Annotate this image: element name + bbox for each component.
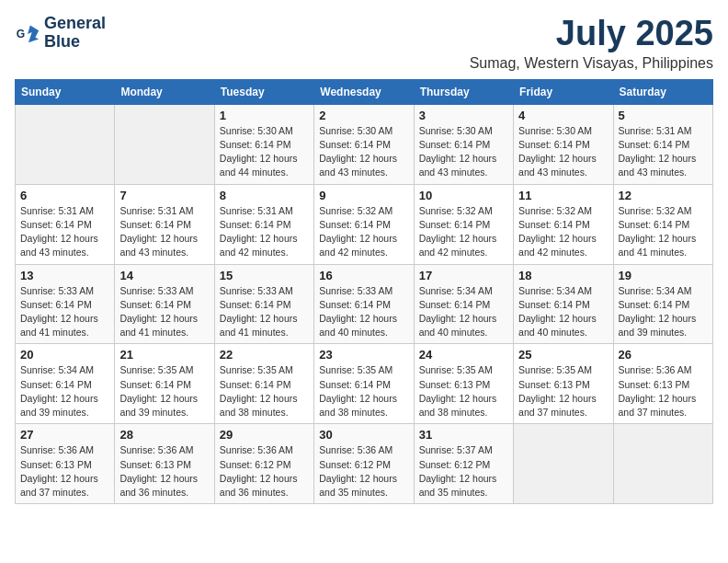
header-row: SundayMondayTuesdayWednesdayThursdayFrid…	[16, 79, 713, 104]
day-header-sunday: Sunday	[16, 79, 115, 104]
day-number: 17	[419, 269, 508, 282]
day-number: 8	[220, 189, 309, 202]
day-number: 23	[319, 348, 408, 362]
day-detail: Sunrise: 5:32 AMSunset: 6:14 PMDaylight:…	[518, 204, 608, 260]
calendar-cell: 24Sunrise: 5:35 AMSunset: 6:13 PMDayligh…	[414, 344, 513, 424]
day-detail: Sunrise: 5:32 AMSunset: 6:14 PMDaylight:…	[319, 204, 408, 260]
svg-marker-1	[28, 25, 39, 42]
day-header-monday: Monday	[115, 79, 214, 104]
logo-line2: Blue	[44, 33, 106, 52]
day-detail: Sunrise: 5:31 AMSunset: 6:14 PMDaylight:…	[119, 204, 209, 260]
day-detail: Sunrise: 5:35 AMSunset: 6:13 PMDaylight:…	[518, 363, 608, 419]
day-number: 13	[20, 269, 109, 282]
day-detail: Sunrise: 5:34 AMSunset: 6:14 PMDaylight:…	[518, 284, 608, 340]
day-header-saturday: Saturday	[613, 79, 712, 104]
day-detail: Sunrise: 5:35 AMSunset: 6:14 PMDaylight:…	[220, 363, 309, 419]
day-number: 29	[220, 428, 309, 442]
day-number: 4	[518, 109, 608, 122]
logo: G General Blue	[15, 15, 106, 52]
day-number: 15	[220, 269, 309, 282]
day-number: 3	[419, 109, 508, 122]
day-detail: Sunrise: 5:36 AMSunset: 6:13 PMDaylight:…	[619, 363, 708, 419]
day-number: 20	[20, 348, 109, 362]
calendar-cell: 6Sunrise: 5:31 AMSunset: 6:14 PMDaylight…	[16, 184, 115, 264]
calendar-cell: 1Sunrise: 5:30 AMSunset: 6:14 PMDaylight…	[214, 104, 313, 184]
day-detail: Sunrise: 5:30 AMSunset: 6:14 PMDaylight:…	[518, 124, 608, 180]
day-number: 31	[419, 428, 508, 442]
day-number: 5	[619, 109, 708, 122]
calendar-cell: 12Sunrise: 5:32 AMSunset: 6:14 PMDayligh…	[613, 184, 712, 264]
day-detail: Sunrise: 5:33 AMSunset: 6:14 PMDaylight:…	[220, 284, 309, 340]
day-number: 18	[518, 269, 608, 282]
day-number: 19	[619, 269, 708, 282]
day-number: 6	[20, 189, 109, 202]
week-row-1: 1Sunrise: 5:30 AMSunset: 6:14 PMDaylight…	[16, 104, 713, 184]
day-detail: Sunrise: 5:31 AMSunset: 6:14 PMDaylight:…	[220, 204, 309, 260]
day-number: 7	[119, 189, 209, 202]
calendar-cell: 3Sunrise: 5:30 AMSunset: 6:14 PMDaylight…	[414, 104, 513, 184]
page-header: G General Blue July 2025 Sumag, Western …	[15, 15, 713, 72]
week-row-3: 13Sunrise: 5:33 AMSunset: 6:14 PMDayligh…	[16, 264, 713, 344]
day-number: 14	[119, 269, 209, 282]
svg-text:G: G	[17, 27, 25, 40]
day-detail: Sunrise: 5:32 AMSunset: 6:14 PMDaylight:…	[619, 204, 708, 260]
day-number: 16	[319, 269, 408, 282]
calendar-cell: 18Sunrise: 5:34 AMSunset: 6:14 PMDayligh…	[514, 264, 613, 344]
day-detail: Sunrise: 5:30 AMSunset: 6:14 PMDaylight:…	[319, 124, 408, 180]
month-title: July 2025	[470, 15, 713, 53]
day-detail: Sunrise: 5:31 AMSunset: 6:14 PMDaylight:…	[619, 124, 708, 180]
day-header-wednesday: Wednesday	[314, 79, 414, 104]
day-header-tuesday: Tuesday	[214, 79, 313, 104]
day-detail: Sunrise: 5:33 AMSunset: 6:14 PMDaylight:…	[20, 284, 109, 340]
calendar-cell: 19Sunrise: 5:34 AMSunset: 6:14 PMDayligh…	[613, 264, 712, 344]
calendar-cell: 13Sunrise: 5:33 AMSunset: 6:14 PMDayligh…	[16, 264, 115, 344]
day-number: 25	[518, 348, 608, 362]
calendar-cell: 16Sunrise: 5:33 AMSunset: 6:14 PMDayligh…	[314, 264, 414, 344]
day-detail: Sunrise: 5:35 AMSunset: 6:14 PMDaylight:…	[119, 363, 209, 419]
logo-icon: G	[15, 20, 40, 46]
day-detail: Sunrise: 5:36 AMSunset: 6:12 PMDaylight:…	[319, 443, 408, 500]
calendar-cell: 23Sunrise: 5:35 AMSunset: 6:14 PMDayligh…	[314, 344, 414, 424]
calendar-cell: 20Sunrise: 5:34 AMSunset: 6:14 PMDayligh…	[16, 344, 115, 424]
day-detail: Sunrise: 5:34 AMSunset: 6:14 PMDaylight:…	[619, 284, 708, 340]
day-number: 30	[319, 428, 408, 442]
day-detail: Sunrise: 5:33 AMSunset: 6:14 PMDaylight:…	[319, 284, 408, 340]
day-number: 22	[220, 348, 309, 362]
day-number: 27	[20, 428, 109, 442]
calendar-cell: 14Sunrise: 5:33 AMSunset: 6:14 PMDayligh…	[115, 264, 214, 344]
day-detail: Sunrise: 5:33 AMSunset: 6:14 PMDaylight:…	[119, 284, 209, 340]
day-detail: Sunrise: 5:36 AMSunset: 6:13 PMDaylight:…	[119, 443, 209, 500]
day-number: 10	[419, 189, 508, 202]
calendar-cell	[613, 424, 712, 504]
calendar-cell	[115, 104, 214, 184]
day-detail: Sunrise: 5:30 AMSunset: 6:14 PMDaylight:…	[220, 124, 309, 180]
day-detail: Sunrise: 5:34 AMSunset: 6:14 PMDaylight:…	[20, 363, 109, 419]
day-detail: Sunrise: 5:35 AMSunset: 6:13 PMDaylight:…	[419, 363, 508, 419]
calendar-cell: 30Sunrise: 5:36 AMSunset: 6:12 PMDayligh…	[314, 424, 414, 504]
calendar-cell: 11Sunrise: 5:32 AMSunset: 6:14 PMDayligh…	[514, 184, 613, 264]
day-number: 1	[220, 109, 309, 122]
logo-line1: General	[44, 15, 106, 33]
logo-text: General Blue	[44, 15, 106, 52]
calendar-cell: 25Sunrise: 5:35 AMSunset: 6:13 PMDayligh…	[514, 344, 613, 424]
day-number: 26	[619, 348, 708, 362]
calendar-table: SundayMondayTuesdayWednesdayThursdayFrid…	[15, 79, 713, 504]
day-number: 2	[319, 109, 408, 122]
calendar-cell: 5Sunrise: 5:31 AMSunset: 6:14 PMDaylight…	[613, 104, 712, 184]
day-header-thursday: Thursday	[414, 79, 513, 104]
calendar-cell: 10Sunrise: 5:32 AMSunset: 6:14 PMDayligh…	[414, 184, 513, 264]
calendar-cell: 26Sunrise: 5:36 AMSunset: 6:13 PMDayligh…	[613, 344, 712, 424]
calendar-cell: 21Sunrise: 5:35 AMSunset: 6:14 PMDayligh…	[115, 344, 214, 424]
day-number: 24	[419, 348, 508, 362]
calendar-cell: 7Sunrise: 5:31 AMSunset: 6:14 PMDaylight…	[115, 184, 214, 264]
day-header-friday: Friday	[514, 79, 613, 104]
calendar-cell: 15Sunrise: 5:33 AMSunset: 6:14 PMDayligh…	[214, 264, 313, 344]
calendar-cell	[514, 424, 613, 504]
day-detail: Sunrise: 5:31 AMSunset: 6:14 PMDaylight:…	[20, 204, 109, 260]
day-number: 28	[119, 428, 209, 442]
calendar-cell: 9Sunrise: 5:32 AMSunset: 6:14 PMDaylight…	[314, 184, 414, 264]
day-detail: Sunrise: 5:36 AMSunset: 6:12 PMDaylight:…	[220, 443, 309, 500]
day-detail: Sunrise: 5:36 AMSunset: 6:13 PMDaylight:…	[20, 443, 109, 500]
week-row-2: 6Sunrise: 5:31 AMSunset: 6:14 PMDaylight…	[16, 184, 713, 264]
calendar-cell: 8Sunrise: 5:31 AMSunset: 6:14 PMDaylight…	[214, 184, 313, 264]
